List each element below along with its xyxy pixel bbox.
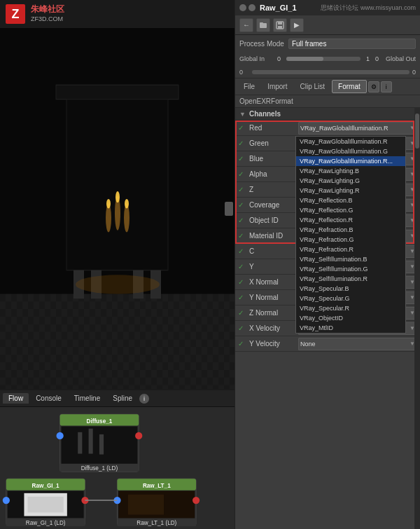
channels-header: ▼ Channels bbox=[235, 108, 420, 121]
channel-check-green[interactable]: ✓ bbox=[238, 139, 248, 147]
channel-check-y[interactable]: ✓ bbox=[238, 263, 248, 270]
svg-point-16 bbox=[115, 191, 120, 202]
channel-check-y-normal[interactable]: ✓ bbox=[238, 294, 248, 301]
channels-body: ✓ Red VRay_RawGlobalIllumination.R ▼ VRa… bbox=[235, 121, 420, 244]
channel-check-blue[interactable]: ✓ bbox=[238, 155, 248, 163]
folder-icon bbox=[259, 21, 267, 29]
channel-name-z-normal: Z Normal bbox=[249, 309, 298, 317]
channel-check-red[interactable]: ✓ bbox=[238, 124, 248, 132]
node-tab-info-icon[interactable]: i bbox=[139, 394, 149, 404]
svg-text:Raw_GI_1: Raw_GI_1 bbox=[32, 483, 60, 489]
process-mode-dropdown[interactable]: Full frames bbox=[288, 39, 416, 49]
channel-name-material-id: Material ID bbox=[249, 232, 298, 240]
node-diffuse: Diffuse_1 Diffuse_1 (LD) bbox=[57, 414, 143, 472]
dd-opt-15[interactable]: VRay_SelfIllumination.R bbox=[296, 274, 405, 284]
channels-section: ▼ Channels ✓ Red VRay_RawGlobalIlluminat… bbox=[235, 108, 420, 529]
channel-check-material-id[interactable]: ✓ bbox=[238, 232, 248, 240]
dd-opt-14[interactable]: VRay_SelfIllumination.G bbox=[296, 264, 405, 274]
dd-opt-11[interactable]: VRay_Refraction.G bbox=[296, 235, 405, 245]
dd-opt-1[interactable]: VRay_RawGlobalIllumination.R bbox=[296, 137, 405, 146]
dd-opt-5[interactable]: VRay_RawLighting.G bbox=[296, 176, 405, 186]
tab-file[interactable]: File bbox=[238, 81, 260, 92]
global-slider[interactable] bbox=[286, 57, 360, 61]
dd-opt-3[interactable]: VRay_RawGlobalIllumination.R... bbox=[296, 156, 405, 166]
g2-right-num: 0 bbox=[412, 69, 416, 76]
tab-format[interactable]: Format bbox=[332, 80, 367, 93]
channel-dropdown-y-velocity[interactable]: None ▼ bbox=[298, 338, 417, 350]
channels-header-label: Channels bbox=[249, 110, 281, 118]
dd-opt-7[interactable]: VRay_Reflection.B bbox=[296, 195, 405, 205]
svg-rect-23 bbox=[78, 432, 82, 454]
channel-dropdown-red[interactable]: VRay_RawGlobalIllumination.R ▼ bbox=[298, 122, 417, 135]
dd-opt-9[interactable]: VRay_Reflection.R bbox=[296, 215, 405, 225]
dd-opt-16[interactable]: VRay_Specular.B bbox=[296, 284, 405, 294]
dd-opt-13[interactable]: VRay_SelfIllumination.B bbox=[296, 254, 405, 264]
channel-name-green: Green bbox=[249, 139, 298, 147]
dd-opt-6[interactable]: VRay_RawLighting.R bbox=[296, 186, 405, 195]
tab-timeline[interactable]: Timeline bbox=[69, 393, 106, 404]
dd-opt-18[interactable]: VRay_Specular.R bbox=[296, 303, 405, 313]
channel-name-red: Red bbox=[249, 124, 298, 132]
tab-flow[interactable]: Flow bbox=[3, 393, 29, 404]
dd-opt-2[interactable]: VRay_RawGlobalIllumination.G bbox=[296, 146, 405, 156]
channel-check-object-id[interactable]: ✓ bbox=[238, 217, 248, 224]
dd-opt-8[interactable]: VRay_Reflection.G bbox=[296, 205, 405, 215]
tab-console[interactable]: Console bbox=[30, 393, 67, 404]
node-canvas[interactable]: Diffuse_1 Diffuse_1 (LD) bbox=[0, 407, 234, 529]
channel-check-x-normal[interactable]: ✓ bbox=[238, 278, 248, 286]
toolbar-back-button[interactable]: ← bbox=[239, 18, 253, 32]
svg-point-38 bbox=[3, 497, 10, 504]
svg-rect-45 bbox=[128, 495, 164, 515]
svg-rect-54 bbox=[278, 22, 282, 25]
g2-left-num: 0 bbox=[239, 69, 249, 76]
node-raw-gi: Raw_GI_1 Raw_GI_1 (LD) bbox=[3, 479, 89, 526]
channel-check-x-velocity[interactable]: ✓ bbox=[238, 324, 248, 332]
global-right-value: 0 bbox=[375, 55, 379, 62]
logo-bar: Z 朱峰社区 ZF3D.COM bbox=[0, 0, 234, 28]
red-dropdown-popup: VRay_RawGlobalIllumination.R VRay_RawGlo… bbox=[295, 136, 406, 334]
channel-name-y-velocity: Y Velocity bbox=[249, 340, 298, 348]
viewport-area bbox=[0, 28, 234, 389]
logo-z-icon: Z bbox=[6, 4, 25, 24]
channel-check-c[interactable]: ✓ bbox=[238, 247, 248, 255]
tab-import[interactable]: Import bbox=[262, 81, 293, 92]
dd-opt-17[interactable]: VRay_Specular.G bbox=[296, 294, 405, 303]
svg-point-29 bbox=[135, 432, 142, 439]
gear-icon[interactable]: ⚙ bbox=[368, 81, 379, 92]
channel-check-z[interactable]: ✓ bbox=[238, 186, 248, 193]
channel-check-y-velocity[interactable]: ✓ bbox=[238, 340, 248, 348]
svg-text:Diffuse_1 (LD): Diffuse_1 (LD) bbox=[81, 465, 118, 472]
svg-rect-35 bbox=[28, 497, 64, 513]
global-in-label: Global In bbox=[239, 55, 274, 62]
dd-opt-19[interactable]: VRay_ObjectID bbox=[296, 313, 405, 323]
dd-opt-12[interactable]: VRay_Refraction.R bbox=[296, 245, 405, 254]
info-icon[interactable]: i bbox=[381, 81, 392, 92]
toolbar-folder-button[interactable] bbox=[256, 18, 270, 32]
svg-point-18 bbox=[76, 275, 160, 294]
toolbar-play-button[interactable]: ▶ bbox=[290, 18, 304, 32]
dd-opt-4[interactable]: VRay_RawLighting.B bbox=[296, 166, 405, 176]
viewport-scroll[interactable] bbox=[225, 202, 233, 216]
channel-check-z-normal[interactable]: ✓ bbox=[238, 309, 248, 317]
rp-tabs: File Import Clip List Format ⚙ i bbox=[235, 78, 420, 95]
global-row2: 0 0 bbox=[235, 66, 420, 78]
channels-expand-icon[interactable]: ▼ bbox=[239, 111, 246, 118]
global-out-label: Global Out bbox=[386, 55, 416, 62]
channel-row-red: ✓ Red VRay_RawGlobalIllumination.R ▼ bbox=[235, 121, 420, 136]
win-btn-2 bbox=[248, 4, 255, 11]
dd-opt-10[interactable]: VRay_Refraction.B bbox=[296, 225, 405, 235]
tab-spline[interactable]: Spline bbox=[107, 393, 138, 404]
scrollbar-thumb[interactable] bbox=[415, 114, 419, 149]
channel-name-x-normal: X Normal bbox=[249, 278, 298, 286]
logo-text: 朱峰社区 ZF3D.COM bbox=[31, 4, 64, 23]
rp-title-bar: Raw_GI_1 思绪设计论坛 www.missyuan.com bbox=[235, 0, 420, 15]
toolbar-save-button[interactable] bbox=[273, 18, 287, 32]
g2-slider-bar[interactable] bbox=[252, 70, 410, 74]
dd-opt-20[interactable]: VRay_MtlID bbox=[296, 323, 405, 333]
process-mode-label: Process Mode bbox=[239, 40, 284, 48]
svg-rect-55 bbox=[278, 26, 282, 29]
tab-clip-list[interactable]: Clip List bbox=[294, 81, 330, 92]
channel-check-coverage[interactable]: ✓ bbox=[238, 201, 248, 209]
channels-scrollbar[interactable] bbox=[414, 108, 420, 529]
channel-check-alpha[interactable]: ✓ bbox=[238, 170, 248, 178]
